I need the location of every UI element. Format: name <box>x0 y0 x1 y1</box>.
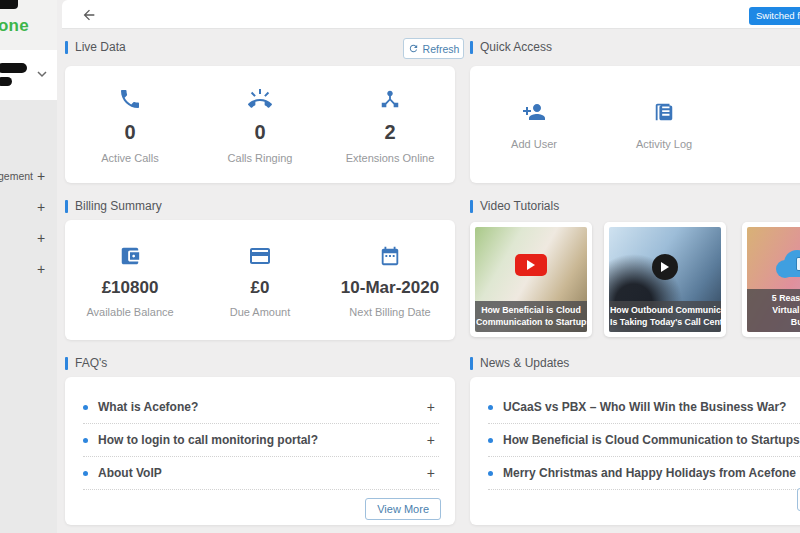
bullet-icon <box>83 471 88 476</box>
expand-plus-icon[interactable]: + <box>427 432 435 448</box>
plus-icon[interactable]: + <box>37 230 45 246</box>
news-item-merry-christmas[interactable]: Merry Christmas and Happy Holidays from … <box>488 457 800 490</box>
extensions-online-stat: 2 Extensions Online <box>325 86 455 164</box>
accent-bar <box>470 357 473 370</box>
add-user-button[interactable]: Add User <box>488 99 580 150</box>
plus-icon[interactable]: + <box>37 168 45 184</box>
accent-bar <box>470 41 473 54</box>
sidebar-item-4[interactable]: + <box>0 255 57 286</box>
due-amount-stat: £0 Due Amount <box>195 243 325 318</box>
section-title: Live Data <box>75 40 126 54</box>
chevron-down-icon[interactable] <box>36 68 48 80</box>
faq-item-login-monitoring[interactable]: How to login to call monitoring portal? … <box>83 424 439 457</box>
plus-icon[interactable]: + <box>37 199 45 215</box>
sidebar-item-management[interactable]: gement + <box>0 162 57 193</box>
expand-plus-icon[interactable]: + <box>427 399 435 415</box>
accent-bar <box>65 41 68 54</box>
news-updates-card: UCaaS vs PBX – Who Will Win the Business… <box>470 377 800 525</box>
next-billing-date-stat: 10-Mar-2020 Next Billing Date <box>325 243 455 318</box>
bullet-icon <box>83 405 88 410</box>
bullet-icon <box>488 471 493 476</box>
section-title: Quick Access <box>480 40 552 54</box>
video-caption: 5 Reasons You Virtual Recepti Busin <box>747 289 800 332</box>
expand-plus-icon[interactable]: + <box>427 465 435 481</box>
section-title: Billing Summary <box>75 199 162 213</box>
video-tutorials-section-header: Video Tutorials <box>470 199 559 213</box>
redacted-account-id <box>0 77 12 86</box>
quick-access-card: Add User Activity Log <box>470 66 800 183</box>
faqs-section-header: FAQ's <box>65 356 107 370</box>
top-bar: Switched from Reseller <box>62 0 800 29</box>
calls-ringing-stat: 0 Calls Ringing <box>195 86 325 164</box>
switched-from-reseller-badge[interactable]: Switched from Reseller <box>749 7 800 25</box>
billing-summary-card: £10800 Available Balance £0 Due Amount 1… <box>65 220 455 340</box>
faq-view-more-button[interactable]: View More <box>365 498 441 520</box>
active-calls-stat: 0 Active Calls <box>65 86 195 164</box>
accent-bar <box>65 357 68 370</box>
play-icon[interactable] <box>515 254 547 276</box>
news-item-ucaas-vs-pbx[interactable]: UCaaS vs PBX – Who Will Win the Business… <box>488 391 800 424</box>
sidebar-item-2[interactable]: + <box>0 193 57 224</box>
live-data-section-header: Live Data <box>65 40 126 54</box>
sidebar: one gement + + + + <box>0 0 57 533</box>
sidebar-menu: gement + + + + <box>0 100 57 286</box>
bullet-icon <box>488 438 493 443</box>
ringing-phone-icon <box>247 87 273 111</box>
activity-log-button[interactable]: Activity Log <box>598 99 730 150</box>
section-title: News & Updates <box>480 356 569 370</box>
refresh-label: Refresh <box>423 43 460 55</box>
billing-summary-section-header: Billing Summary <box>65 199 162 213</box>
accent-bar <box>65 200 68 213</box>
faq-item-what-is-acefone[interactable]: What is Acefone? + <box>83 391 439 424</box>
section-title: Video Tutorials <box>480 199 559 213</box>
accent-bar <box>470 200 473 213</box>
refresh-button[interactable]: Refresh <box>403 38 464 59</box>
main-area: Switched from Reseller Live Data Refresh… <box>57 0 800 533</box>
wallet-icon <box>119 244 141 268</box>
quick-access-section-header: Quick Access <box>470 40 552 54</box>
cloud-icon <box>776 248 800 278</box>
add-user-icon <box>521 100 547 124</box>
available-balance-stat: £10800 Available Balance <box>65 243 195 318</box>
extensions-icon <box>379 87 401 111</box>
sidebar-item-3[interactable]: + <box>0 224 57 255</box>
live-data-card: 0 Active Calls 0 Calls Ringing 2 Extensi… <box>65 66 455 183</box>
play-icon[interactable] <box>652 254 678 280</box>
logo-area: one <box>0 0 57 50</box>
activity-log-icon <box>653 100 675 124</box>
acefone-logo: one <box>0 16 29 36</box>
video-thumbnail-cloud-startups[interactable]: How Beneficial is Cloud Communication to… <box>470 222 592 337</box>
redacted-corner <box>0 0 18 9</box>
refresh-icon <box>408 43 419 54</box>
account-switcher[interactable] <box>0 50 57 100</box>
news-updates-section-header: News & Updates <box>470 356 569 370</box>
bullet-icon <box>83 438 88 443</box>
news-item-cloud-startups[interactable]: How Beneficial is Cloud Communication to… <box>488 424 800 457</box>
bullet-icon <box>488 405 493 410</box>
back-arrow-icon[interactable] <box>81 7 97 23</box>
video-thumbnail-virtual-receptionist[interactable]: 5 Reasons You Virtual Recepti Busin <box>742 222 800 337</box>
video-caption: How Outbound Communication Is Taking Tod… <box>609 301 721 332</box>
video-tutorials-row: How Beneficial is Cloud Communication to… <box>470 222 800 337</box>
faq-item-about-voip[interactable]: About VoIP + <box>83 457 439 490</box>
plus-icon[interactable]: + <box>37 261 45 277</box>
phone-icon <box>118 87 142 111</box>
faq-card: What is Acefone? + How to login to call … <box>65 377 455 525</box>
redacted-account-name <box>0 63 27 73</box>
video-thumbnail-outbound-callcenters[interactable]: How Outbound Communication Is Taking Tod… <box>604 222 726 337</box>
credit-card-icon <box>248 244 272 268</box>
section-title: FAQ's <box>75 356 107 370</box>
video-caption: How Beneficial is Cloud Communication to… <box>475 301 587 332</box>
calendar-icon <box>379 244 401 268</box>
